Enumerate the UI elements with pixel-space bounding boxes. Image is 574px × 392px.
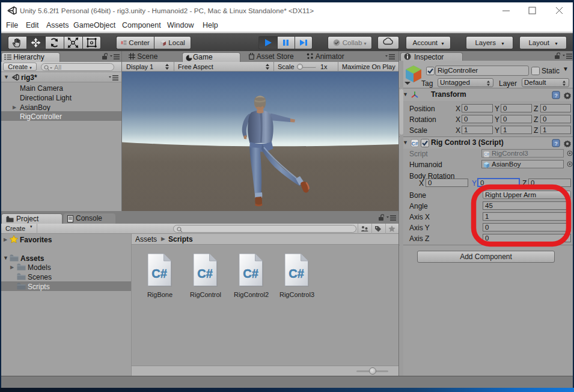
svg-text:C#: C# xyxy=(484,152,489,156)
svg-text:?: ? xyxy=(554,93,557,99)
svg-text:C#: C# xyxy=(151,267,167,280)
svg-text:?: ? xyxy=(554,141,557,147)
svg-text:C#: C# xyxy=(412,141,418,147)
